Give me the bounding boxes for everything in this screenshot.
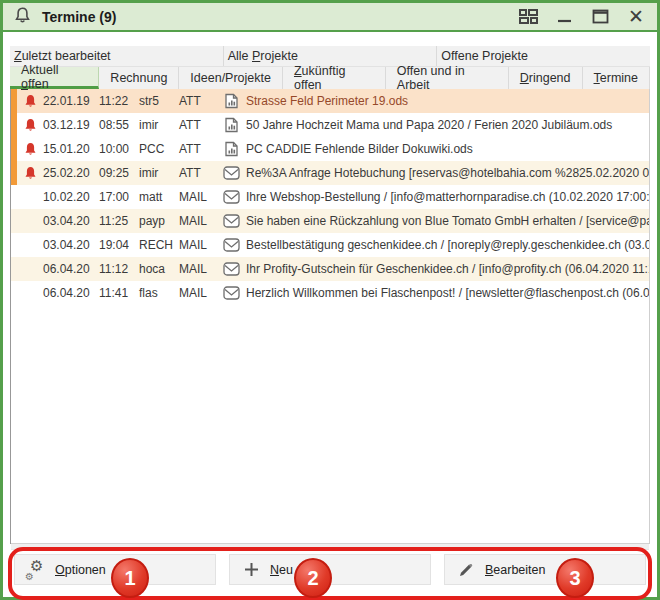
- filter-tab-4[interactable]: Zukünftig offen: [283, 67, 386, 89]
- close-icon[interactable]: ✕: [626, 7, 646, 27]
- filter-tab-2[interactable]: Rechnung: [99, 67, 179, 89]
- row-code: payp: [139, 214, 179, 228]
- minimize-icon[interactable]: [554, 7, 574, 27]
- alarm-bell-icon: [17, 94, 43, 109]
- row-time: 19:04: [99, 238, 139, 252]
- mail-icon: [219, 166, 243, 180]
- alarm-bell-icon: [17, 142, 43, 157]
- termine-list[interactable]: 22.01.1911:22str5ATTStrasse Feld Perimet…: [10, 89, 650, 544]
- pencil-icon: [456, 562, 476, 578]
- priority-flag-bar: [11, 233, 17, 257]
- row-date: 03.04.20: [43, 214, 99, 228]
- window-title: Termine (9): [42, 9, 116, 25]
- row-time: 08:55: [99, 118, 139, 132]
- row-code: RECH: [139, 238, 179, 252]
- filter-tab-label: Termine: [594, 71, 638, 85]
- table-row[interactable]: 10.02.2017:00mattMAILIhre Webshop-Bestel…: [11, 185, 649, 209]
- row-subject: Ihr Profity-Gutschein für Geschenkidee.c…: [243, 262, 649, 276]
- table-row[interactable]: 15.01.2010:00PCCATTPC CADDIE Fehlende Bi…: [11, 137, 649, 161]
- filter-tab-5[interactable]: Offen und in Arbeit: [386, 67, 509, 89]
- row-time: 10:00: [99, 142, 139, 156]
- window-controls: ✕: [518, 7, 646, 27]
- row-code: flas: [139, 286, 179, 300]
- row-subject: PC CADDIE Fehlende Bilder Dokuwiki.ods: [243, 142, 649, 156]
- row-type: MAIL: [179, 190, 219, 204]
- filter-tab-6[interactable]: Dringend: [509, 67, 583, 89]
- table-row[interactable]: 06.04.2011:41flasMAILHerzlich Willkommen…: [11, 281, 649, 305]
- row-time: 09:25: [99, 166, 139, 180]
- row-time: 11:41: [99, 286, 139, 300]
- project-tab-label: Alle Projekte: [228, 49, 298, 63]
- filter-tab-label: Aktuell offen: [21, 63, 87, 91]
- row-date: 06.04.20: [43, 262, 99, 276]
- row-type: MAIL: [179, 238, 219, 252]
- filter-tab-label: Ideen/Projekte: [190, 71, 271, 85]
- alarm-bell-icon: [17, 166, 43, 181]
- new-button[interactable]: Neu: [229, 554, 431, 585]
- row-date: 03.04.20: [43, 238, 99, 252]
- maximize-icon[interactable]: [590, 7, 610, 27]
- project-tab-2[interactable]: Alle Projekte: [224, 46, 438, 66]
- spreadsheet-icon: [219, 141, 243, 157]
- row-date: 10.02.20: [43, 190, 99, 204]
- row-subject: Bestellbestätigung geschenkidee.ch / [no…: [243, 238, 649, 252]
- button-label: Bearbeiten: [485, 563, 545, 577]
- filter-tab-1[interactable]: Aktuell offen: [10, 67, 99, 89]
- row-type: ATT: [179, 94, 219, 108]
- table-row[interactable]: 22.01.1911:22str5ATTStrasse Feld Perimet…: [11, 89, 649, 113]
- row-type: MAIL: [179, 286, 219, 300]
- table-row[interactable]: 03.04.2019:04RECHMAILBestellbestätigung …: [11, 233, 649, 257]
- row-subject: Sie haben eine Rückzahlung von Blue Toma…: [243, 214, 649, 228]
- filter-tab-3[interactable]: Ideen/Projekte: [179, 67, 283, 89]
- priority-flag-bar: [11, 281, 17, 305]
- project-tab-3[interactable]: Offene Projekte: [437, 46, 650, 66]
- row-date: 22.01.19: [43, 94, 99, 108]
- mail-icon: [219, 286, 243, 300]
- row-date: 06.04.20: [43, 286, 99, 300]
- tile-layout-icon[interactable]: [518, 7, 538, 27]
- filter-tab-label: Rechnung: [110, 71, 167, 85]
- edit-button[interactable]: Bearbeiten: [444, 554, 646, 585]
- row-time: 17:00: [99, 190, 139, 204]
- row-subject: Re%3A Anfrage Hotebuchung [reservas@hote…: [243, 166, 649, 180]
- row-code: imir: [139, 166, 179, 180]
- row-code: PCC: [139, 142, 179, 156]
- mail-icon: [219, 238, 243, 252]
- termine-window: Termine (9) ✕ Zuletzt bea: [0, 0, 660, 600]
- table-row[interactable]: 03.04.2011:25paypMAILSie haben eine Rück…: [11, 209, 649, 233]
- table-row[interactable]: 25.02.2009:25imirATTRe%3A Anfrage Hotebu…: [11, 161, 649, 185]
- filter-tab-bar: Aktuell offenRechnungIdeen/ProjekteZukün…: [10, 67, 650, 89]
- table-row[interactable]: 06.04.2011:12hocaMAILIhr Profity-Gutsche…: [11, 257, 649, 281]
- table-row[interactable]: 03.12.1908:55imirATT50 Jahre Hochzeit Ma…: [11, 113, 649, 137]
- titlebar: Termine (9) ✕: [3, 3, 657, 32]
- gears-icon: ⚙⚙: [26, 560, 46, 580]
- priority-flag-bar: [11, 185, 17, 209]
- priority-flag-bar: [11, 209, 17, 233]
- filter-tab-7[interactable]: Termine: [583, 67, 650, 89]
- row-type: MAIL: [179, 214, 219, 228]
- project-tab-label: Zuletzt bearbeitet: [14, 49, 111, 63]
- panel-groove: [11, 543, 649, 550]
- row-type: ATT: [179, 166, 219, 180]
- row-code: matt: [139, 190, 179, 204]
- row-subject: Herzlich Willkommen bei Flaschenpost! / …: [243, 286, 649, 300]
- row-code: str5: [139, 94, 179, 108]
- button-label: Optionen: [55, 563, 106, 577]
- row-type: MAIL: [179, 262, 219, 276]
- alarm-bell-icon: [17, 118, 43, 133]
- row-type: ATT: [179, 142, 219, 156]
- filter-tab-label: Dringend: [520, 71, 571, 85]
- row-date: 25.02.20: [43, 166, 99, 180]
- row-type: ATT: [179, 118, 219, 132]
- row-subject: Strasse Feld Perimeter 19.ods: [243, 94, 649, 108]
- row-subject: Ihre Webshop-Bestellung / [info@matterho…: [243, 190, 649, 204]
- spreadsheet-icon: [219, 93, 243, 109]
- options-button[interactable]: ⚙⚙Optionen: [14, 554, 216, 585]
- row-subject: 50 Jahre Hochzeit Mama und Papa 2020 / F…: [243, 118, 649, 132]
- row-time: 11:22: [99, 94, 139, 108]
- row-date: 15.01.20: [43, 142, 99, 156]
- spreadsheet-icon: [219, 117, 243, 133]
- row-date: 03.12.19: [43, 118, 99, 132]
- filter-tab-label: Zukünftig offen: [294, 64, 374, 92]
- filter-tab-label: Offen und in Arbeit: [397, 64, 497, 92]
